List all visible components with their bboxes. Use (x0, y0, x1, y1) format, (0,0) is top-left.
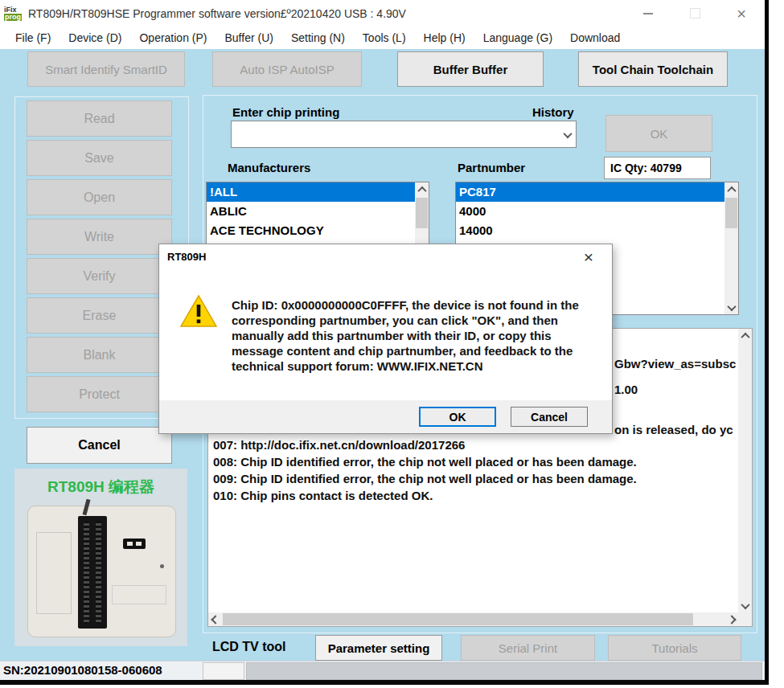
chevron-up-icon (417, 186, 426, 195)
partnumber-item-selected[interactable]: PC817 (456, 182, 738, 202)
chevron-right-icon (727, 615, 736, 624)
app-window: iFix prog RT809H/RT809HSE Programmer sof… (0, 0, 769, 685)
save-button: Save (27, 140, 172, 176)
scroll-left-button[interactable] (208, 612, 222, 626)
programmer-device-image (27, 506, 176, 637)
menu-tools[interactable]: Tools (L) (354, 31, 415, 44)
open-button: Open (27, 179, 172, 215)
scrollbar-thumb[interactable] (223, 613, 693, 625)
ic-qty-field: IC Qty: 40799 (604, 157, 711, 179)
dialog-footer: OK Cancel (159, 400, 612, 433)
tutorials-button: Tutorials (608, 635, 741, 661)
protect-button: Protect (27, 376, 172, 412)
log-fragment: Gbw?view_as=subsc (614, 357, 736, 371)
menu-operation[interactable]: Operation (P) (130, 31, 215, 44)
chevron-up-icon (741, 332, 749, 341)
dialog-ok-button[interactable]: OK (419, 407, 496, 427)
device-caption: RT809H 编程器 (14, 469, 187, 498)
blank-button: Blank (27, 337, 172, 373)
zif-lever (82, 499, 90, 516)
dialog-message: Chip ID: 0x0000000000C0FFFF, the device … (232, 297, 582, 374)
log-line: 009: Chip ID identified error, the chip … (213, 470, 637, 487)
enter-chip-label: Enter chip printing (232, 105, 339, 119)
status-panel (203, 662, 244, 680)
tool-chain-button[interactable]: Tool Chain Toolchain (578, 51, 728, 87)
logo-bottom-text: prog (4, 14, 22, 21)
chip-printing-combobox[interactable] (231, 121, 577, 148)
log-horizontal-scrollbar[interactable] (208, 612, 738, 626)
parameter-setting-button[interactable]: Parameter setting (315, 635, 442, 661)
minimize-button[interactable] (636, 0, 660, 27)
log-line: 007: http://doc.ifix.net.cn/download/201… (213, 436, 637, 453)
cancel-button[interactable]: Cancel (27, 427, 172, 464)
device-led (160, 564, 164, 568)
combobox-dropdown-button[interactable] (560, 128, 574, 141)
log-fragment: on is released, do yc (614, 423, 733, 436)
scroll-down-button[interactable] (738, 599, 752, 612)
maximize-button[interactable] (683, 0, 707, 27)
scrollbar-thumb[interactable] (416, 198, 428, 228)
history-label: History (532, 105, 574, 119)
scroll-down-button[interactable] (724, 301, 738, 314)
scroll-up-button[interactable] (738, 329, 752, 342)
device-silkscreen (112, 585, 166, 604)
warning-icon (180, 294, 217, 331)
scrollbar-thumb[interactable] (725, 198, 737, 228)
partnumber-item[interactable]: 4000 (456, 202, 738, 221)
lcd-tv-tool-label[interactable]: LCD TV tool (212, 640, 286, 654)
chip-id-dialog: RT809H × Chip ID: 0x0000000000C0FFFF, th… (158, 244, 613, 434)
log-line: 008: Chip ID identified error, the chip … (213, 453, 637, 470)
manufacturer-item[interactable]: ABLIC (207, 202, 429, 221)
zif-socket (78, 516, 107, 629)
log-fragment: 1.00 (614, 383, 638, 396)
serial-print-button: Serial Print (461, 635, 595, 661)
partnumber-scrollbar[interactable] (724, 182, 738, 314)
erase-button: Erase (27, 297, 172, 334)
menu-language[interactable]: Language (G) (474, 31, 561, 44)
scroll-right-button[interactable] (724, 612, 738, 626)
verify-button: Verify (27, 258, 172, 294)
status-bar: SN:20210901080158-060608 (0, 661, 765, 680)
log-vertical-scrollbar[interactable] (738, 329, 752, 612)
serial-number-text: SN:20210901080158-060608 (3, 663, 162, 677)
menu-setting[interactable]: Setting (N) (282, 31, 354, 44)
operation-buttons: Read Save Open Write Verify Erase Blank … (27, 100, 172, 412)
write-button: Write (27, 219, 172, 255)
menu-download[interactable]: Download (561, 31, 629, 44)
title-bar: iFix prog RT809H/RT809HSE Programmer sof… (0, 0, 765, 27)
chevron-down-icon (727, 301, 736, 310)
scrollbar-corner (738, 612, 752, 626)
scroll-up-button[interactable] (415, 182, 429, 196)
log-lines: 007: http://doc.ifix.net.cn/download/201… (213, 436, 637, 504)
dialog-cancel-button[interactable]: Cancel (511, 407, 588, 427)
partnumber-label: Partnumber (458, 161, 525, 174)
partnumber-item[interactable]: 14000 (456, 221, 738, 240)
close-icon: × (737, 6, 746, 22)
dialog-close-button[interactable]: × (577, 246, 601, 268)
device-slot (123, 539, 146, 549)
maximize-icon (690, 8, 700, 18)
menu-bar: File (F) Device (D) Operation (P) Buffer… (0, 27, 765, 49)
ok-chip-button: OK (605, 115, 712, 152)
scroll-up-button[interactable] (724, 182, 738, 196)
menu-help[interactable]: Help (H) (415, 31, 474, 44)
window-title: RT809H/RT809HSE Programmer software vers… (28, 7, 406, 20)
chevron-down-icon (741, 600, 749, 608)
log-line: 010: Chip pins contact is detected OK. (213, 487, 637, 504)
socket-outline-print (36, 532, 72, 614)
menu-file[interactable]: File (F) (6, 31, 60, 44)
menu-device[interactable]: Device (D) (60, 31, 130, 44)
manufacturer-item-selected[interactable]: !ALL (207, 182, 429, 202)
close-icon: × (584, 248, 593, 267)
manufacturer-item[interactable]: ACE TECHNOLOGY (207, 221, 429, 240)
buffer-button[interactable]: Buffer Buffer (397, 51, 544, 87)
close-button[interactable]: × (729, 0, 753, 27)
device-photo: RT809H 编程器 (14, 469, 187, 646)
app-logo-icon: iFix prog (4, 6, 22, 21)
dialog-title: RT809H (167, 251, 206, 263)
read-button: Read (27, 100, 172, 137)
chevron-down-icon (563, 129, 572, 137)
manufacturers-label: Manufacturers (228, 161, 310, 174)
menu-buffer[interactable]: Buffer (U) (216, 31, 282, 44)
progress-panel (246, 662, 762, 680)
